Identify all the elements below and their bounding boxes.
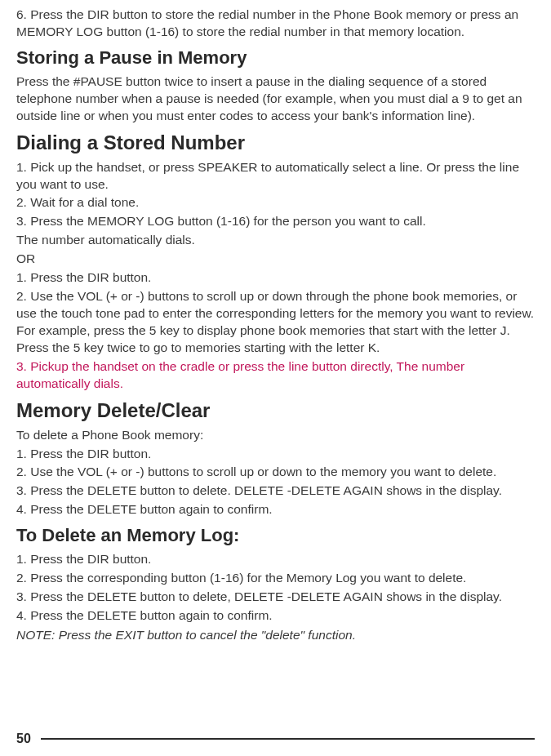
- storing-pause-paragraph: Press the #PAUSE button twice to insert …: [16, 73, 535, 125]
- dialing-or: OR: [16, 251, 535, 268]
- delete-step-2: 2. Use the VOL (+ or -) buttons to scrol…: [16, 464, 535, 481]
- delete-intro: To delete a Phone Book memory:: [16, 427, 535, 444]
- delete-note: NOTE: Press the EXIT button to cancel th…: [16, 628, 535, 643]
- heading-dialing-stored: Dialing a Stored Number: [16, 131, 535, 154]
- dialing-auto-note: The number automatically dials.: [16, 232, 535, 249]
- heading-storing-pause: Storing a Pause in Memory: [16, 47, 535, 69]
- heading-memory-delete: Memory Delete/Clear: [16, 399, 535, 422]
- page-footer: 50: [16, 732, 535, 746]
- heading-delete-memory-log: To Delete an Memory Log:: [16, 525, 535, 546]
- delete-step-1: 1. Press the DIR button.: [16, 446, 535, 463]
- dialing-alt-step-3-highlighted: 3. Pickup the handset on the cradle or p…: [16, 358, 535, 393]
- delete-log-step-1: 1. Press the DIR button.: [16, 551, 535, 568]
- dialing-alt-step-1: 1. Press the DIR button.: [16, 269, 535, 287]
- delete-log-step-3: 3. Press the DELETE button to delete, DE…: [16, 589, 535, 606]
- delete-log-step-4: 4. Press the DELETE button again to conf…: [16, 607, 535, 625]
- page-number: 50: [16, 732, 31, 746]
- intro-paragraph: 6. Press the DIR button to store the red…: [16, 7, 535, 41]
- footer-line: [41, 738, 535, 740]
- dialing-step-2: 2. Wait for a dial tone.: [16, 194, 535, 211]
- delete-log-step-2: 2. Press the corresponding button (1-16)…: [16, 570, 535, 587]
- dialing-step-1: 1. Pick up the handset, or press SPEAKER…: [16, 159, 535, 193]
- delete-step-4: 4. Press the DELETE button again to conf…: [16, 501, 535, 518]
- dialing-alt-step-2: 2. Use the VOL (+ or -) buttons to scrol…: [16, 288, 535, 357]
- delete-step-3: 3. Press the DELETE button to delete. DE…: [16, 483, 535, 500]
- dialing-step-3: 3. Press the MEMORY LOG button (1-16) fo…: [16, 213, 535, 230]
